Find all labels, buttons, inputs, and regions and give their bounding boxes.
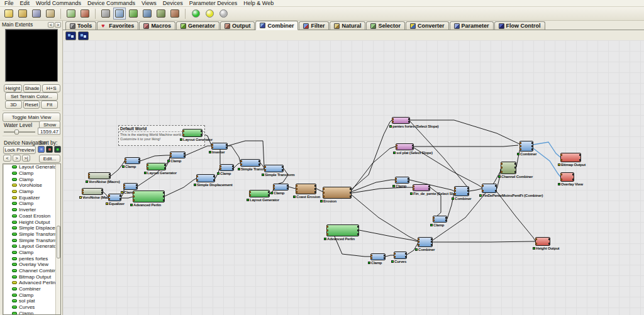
output-port[interactable] xyxy=(431,244,433,246)
output-port[interactable] xyxy=(101,189,103,191)
output-port[interactable] xyxy=(258,163,260,165)
node-layout-generator[interactable] xyxy=(182,129,203,137)
output-port[interactable] xyxy=(163,196,165,197)
texture-view-button[interactable] xyxy=(169,8,181,19)
input-port[interactable] xyxy=(413,188,414,190)
node-inverter[interactable] xyxy=(211,143,228,150)
output-port[interactable] xyxy=(408,121,410,123)
output-port[interactable] xyxy=(445,219,447,221)
tree-item-clamp[interactable]: Clamp xyxy=(3,311,60,315)
node-combiner[interactable] xyxy=(418,237,433,247)
input-port[interactable] xyxy=(147,167,148,169)
open-world-button[interactable] xyxy=(16,8,29,19)
input-port[interactable] xyxy=(454,193,456,195)
output-port[interactable] xyxy=(226,144,228,146)
input-port[interactable] xyxy=(108,195,110,197)
output-port[interactable] xyxy=(445,217,447,219)
set-terrain-color-button[interactable]: Set Terrain Color... xyxy=(5,92,58,101)
nav-prev-button[interactable]: < xyxy=(3,155,11,162)
tab-output[interactable]: Output xyxy=(220,21,255,30)
node-sol-plat-select-slope[interactable] xyxy=(396,143,414,150)
water-level-slider[interactable] xyxy=(4,130,35,135)
node-overlay-view[interactable] xyxy=(560,172,574,182)
input-port[interactable] xyxy=(82,192,84,194)
tree-item-clamp[interactable]: Clamp xyxy=(3,201,60,207)
nav-next-button[interactable]: > xyxy=(13,155,21,162)
input-port[interactable] xyxy=(323,192,325,194)
input-port[interactable] xyxy=(370,255,372,257)
input-port[interactable] xyxy=(88,176,90,178)
tab-combiner[interactable]: Combiner xyxy=(255,21,298,30)
planet-view-button[interactable] xyxy=(141,8,153,19)
input-port[interactable] xyxy=(170,155,172,157)
output-port[interactable] xyxy=(232,168,234,170)
input-port[interactable] xyxy=(454,187,456,189)
tree-item-layout-generator[interactable]: Layout Generator xyxy=(3,164,60,170)
output-port[interactable] xyxy=(384,255,386,257)
input-port[interactable] xyxy=(326,233,328,235)
input-port[interactable] xyxy=(264,166,266,168)
tree-item-bitmap-output[interactable]: Bitmap Output xyxy=(3,274,60,280)
tree-item-overlay-view[interactable]: Overlay View xyxy=(3,262,60,268)
status-complete-light[interactable] xyxy=(189,8,202,19)
node-clamp[interactable] xyxy=(219,164,234,171)
input-port[interactable] xyxy=(394,256,396,258)
input-port[interactable] xyxy=(219,165,221,167)
tree-item-voronoise[interactable]: VoroNoise xyxy=(3,182,60,189)
output-port[interactable] xyxy=(164,167,166,169)
output-port[interactable] xyxy=(531,148,533,150)
output-port[interactable] xyxy=(514,163,516,165)
render-button[interactable] xyxy=(79,8,91,19)
output-port[interactable] xyxy=(412,147,414,149)
node-clamp[interactable] xyxy=(170,152,186,158)
input-port[interactable] xyxy=(560,154,562,156)
terrain-preview-button[interactable] xyxy=(65,8,77,19)
terrain-preview[interactable] xyxy=(5,29,58,82)
output-port[interactable] xyxy=(282,169,284,171)
input-port[interactable] xyxy=(395,180,397,182)
input-port[interactable] xyxy=(519,148,521,150)
node-clamp[interactable] xyxy=(125,157,140,164)
tree-item-height-output[interactable]: Height Output xyxy=(3,219,60,225)
tab-favorites[interactable]: ♥Favorites xyxy=(97,21,138,30)
node-clamp[interactable] xyxy=(273,184,289,191)
input-port[interactable] xyxy=(501,171,502,173)
tree-item-equalizer[interactable]: Equalizer xyxy=(3,194,60,201)
tree-item-clamp[interactable]: Clamp xyxy=(3,189,60,195)
menu-device-commands[interactable]: Device Commands xyxy=(84,0,138,6)
input-port[interactable] xyxy=(326,226,328,228)
tree-item-combiner[interactable]: Combiner xyxy=(3,286,60,292)
output-port[interactable] xyxy=(101,192,103,194)
input-port[interactable] xyxy=(418,238,419,240)
output-port[interactable] xyxy=(431,238,433,240)
node-fin-de-pente-select-slope[interactable] xyxy=(413,184,430,191)
output-port[interactable] xyxy=(408,180,409,182)
output-port[interactable] xyxy=(350,192,352,194)
output-port[interactable] xyxy=(268,191,270,193)
input-port[interactable] xyxy=(392,118,394,120)
chooser-device-button[interactable] xyxy=(78,31,89,40)
node-simple-transform[interactable] xyxy=(240,159,260,167)
input-port[interactable] xyxy=(196,179,198,181)
reset-button[interactable]: Reset xyxy=(23,101,40,109)
input-port[interactable] xyxy=(108,198,110,200)
output-port[interactable] xyxy=(119,198,121,200)
output-port[interactable] xyxy=(357,226,359,228)
output-port[interactable] xyxy=(201,134,203,136)
output-port[interactable] xyxy=(350,196,352,197)
output-port[interactable] xyxy=(287,185,289,187)
tree-item-simple-transform[interactable]: Simple Transform xyxy=(3,237,60,243)
input-port[interactable] xyxy=(133,192,135,194)
output-port[interactable] xyxy=(201,130,203,132)
input-port[interactable] xyxy=(182,134,184,136)
output-port[interactable] xyxy=(495,190,497,192)
output-port[interactable] xyxy=(428,188,430,190)
output-port[interactable] xyxy=(531,145,533,147)
output-port[interactable] xyxy=(138,161,140,163)
build-machine-button[interactable] xyxy=(99,8,112,19)
output-port[interactable] xyxy=(405,256,407,258)
input-port[interactable] xyxy=(418,244,419,246)
tree-item-sol-plat[interactable]: sol plat xyxy=(3,298,60,304)
output-port[interactable] xyxy=(268,194,270,196)
input-port[interactable] xyxy=(147,164,148,166)
